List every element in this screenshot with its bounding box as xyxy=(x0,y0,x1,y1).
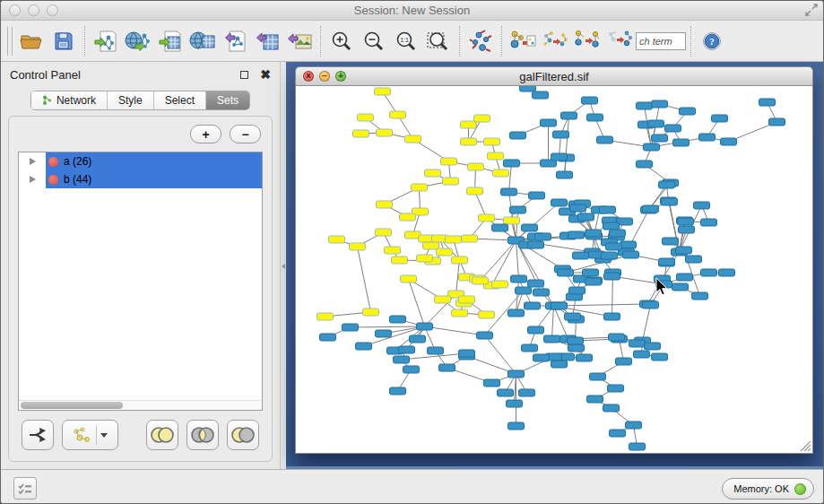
graph-node[interactable] xyxy=(590,373,606,380)
graph-node[interactable] xyxy=(600,206,616,213)
graph-node[interactable] xyxy=(629,443,646,450)
graph-node[interactable] xyxy=(492,224,508,231)
graph-node-selected[interactable] xyxy=(452,309,468,317)
graph-node[interactable] xyxy=(403,366,420,373)
zoom-in-button[interactable] xyxy=(325,24,358,58)
remove-set-button[interactable]: − xyxy=(230,125,261,143)
graph-edge[interactable] xyxy=(509,163,512,192)
graph-node[interactable] xyxy=(525,302,541,309)
graph-node[interactable] xyxy=(616,358,632,365)
graph-node-selected[interactable] xyxy=(488,152,504,160)
graph-edge[interactable] xyxy=(425,326,485,335)
graph-node[interactable] xyxy=(551,302,568,309)
graph-node-selected[interactable] xyxy=(461,121,477,128)
union-sets-button[interactable] xyxy=(146,420,178,450)
import-network-file-button[interactable] xyxy=(90,24,122,58)
graph-node-selected[interactable] xyxy=(425,169,441,177)
graph-node[interactable] xyxy=(604,313,620,320)
graph-node[interactable] xyxy=(508,370,525,378)
graph-node[interactable] xyxy=(585,230,602,237)
minimize-view-icon[interactable]: − xyxy=(319,71,330,82)
toolbar-grip[interactable] xyxy=(7,27,13,56)
graph-node-selected[interactable] xyxy=(452,256,468,264)
graph-node[interactable] xyxy=(568,231,585,239)
apply-layout-button[interactable] xyxy=(464,24,497,58)
graph-node[interactable] xyxy=(498,389,514,396)
graph-node[interactable] xyxy=(652,135,668,142)
graph-node[interactable] xyxy=(459,350,475,357)
close-panel-icon[interactable]: ✖ xyxy=(260,68,271,81)
graph-node[interactable] xyxy=(577,354,593,361)
graph-node[interactable] xyxy=(721,138,737,145)
graph-node-selected[interactable] xyxy=(468,163,484,170)
graph-node[interactable] xyxy=(701,219,717,226)
graph-node[interactable] xyxy=(528,326,544,334)
graph-node[interactable] xyxy=(320,334,336,341)
network-view-window[interactable]: × − + galFiltered.sif xyxy=(295,66,813,454)
network-canvas[interactable] xyxy=(295,86,813,454)
graph-node-selected[interactable] xyxy=(412,184,428,191)
split-set-button[interactable] xyxy=(22,420,54,450)
graph-node[interactable] xyxy=(603,404,620,412)
graph-node[interactable] xyxy=(719,269,735,276)
graph-node[interactable] xyxy=(578,213,594,221)
graph-node[interactable] xyxy=(629,340,646,347)
import-table-file-button[interactable] xyxy=(154,24,186,58)
graph-node-selected[interactable] xyxy=(392,256,408,264)
zoom-out-button[interactable] xyxy=(358,24,390,58)
graph-node[interactable] xyxy=(643,205,659,213)
graph-node-selected[interactable] xyxy=(377,129,393,136)
graph-node-selected[interactable] xyxy=(493,169,509,177)
graph-node[interactable] xyxy=(597,136,613,143)
graph-node[interactable] xyxy=(699,134,716,141)
import-table-web-button[interactable] xyxy=(186,24,219,58)
graph-node[interactable] xyxy=(608,385,624,392)
graph-edge[interactable] xyxy=(643,305,651,341)
graph-node[interactable] xyxy=(544,335,560,343)
graph-node[interactable] xyxy=(439,364,455,371)
graph-node-selected[interactable] xyxy=(474,115,490,122)
export-network-button[interactable] xyxy=(219,24,251,58)
graph-node-selected[interactable] xyxy=(385,247,401,254)
graph-node[interactable] xyxy=(508,422,525,430)
graph-node[interactable] xyxy=(510,206,526,213)
graph-node[interactable] xyxy=(604,273,620,280)
export-table-button[interactable] xyxy=(251,24,283,58)
graph-node-selected[interactable] xyxy=(375,88,391,95)
graph-node[interactable] xyxy=(663,238,679,245)
graph-node-selected[interactable] xyxy=(353,130,369,137)
graph-node[interactable] xyxy=(583,269,599,276)
graph-edge[interactable] xyxy=(358,247,371,312)
graph-node[interactable] xyxy=(648,120,664,127)
graph-node[interactable] xyxy=(484,379,500,387)
tab-network[interactable]: Network xyxy=(31,91,108,109)
graph-node[interactable] xyxy=(712,115,728,122)
task-history-button[interactable] xyxy=(13,477,37,500)
graph-node[interactable] xyxy=(652,100,668,108)
graph-node[interactable] xyxy=(428,347,444,354)
memory-status-button[interactable]: Memory: OK xyxy=(722,478,814,500)
graph-node[interactable] xyxy=(510,132,526,139)
graph-node[interactable] xyxy=(610,230,626,237)
graph-node-selected[interactable] xyxy=(400,213,416,221)
graph-node[interactable] xyxy=(376,330,392,337)
graph-node[interactable] xyxy=(602,252,618,259)
graph-node[interactable] xyxy=(533,354,550,361)
graph-node[interactable] xyxy=(587,395,603,403)
graph-edge[interactable] xyxy=(481,240,516,281)
graph-node[interactable] xyxy=(620,241,637,248)
graph-node[interactable] xyxy=(645,343,661,350)
graph-node[interactable] xyxy=(769,118,785,126)
graph-node[interactable] xyxy=(516,287,532,294)
graph-node[interactable] xyxy=(637,102,653,109)
graph-node[interactable] xyxy=(634,351,650,358)
graph-node[interactable] xyxy=(582,97,598,104)
graph-node[interactable] xyxy=(570,204,586,212)
graph-node-selected[interactable] xyxy=(390,111,406,118)
hide-selected-button[interactable] xyxy=(603,24,636,58)
graph-node[interactable] xyxy=(585,278,602,285)
expand-arrow-icon[interactable] xyxy=(19,170,46,188)
graph-node-selected[interactable] xyxy=(329,236,345,243)
graph-node[interactable] xyxy=(659,181,675,188)
panel-splitter[interactable] xyxy=(280,62,286,469)
